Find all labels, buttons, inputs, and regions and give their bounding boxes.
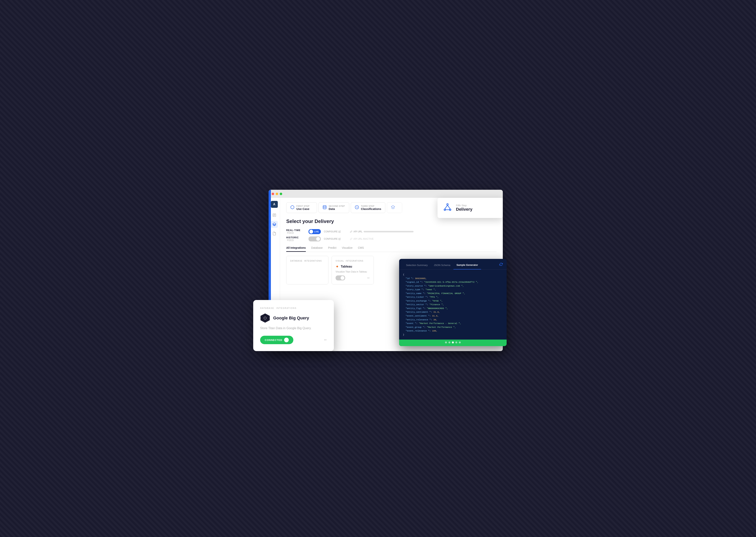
- tab-json-schema[interactable]: JSON Schema: [431, 262, 453, 269]
- json-open-brace: {: [403, 273, 404, 276]
- pagination-dots-bar: [399, 340, 507, 346]
- json-panel-tabs: Selection Summary JSON Schema Sample Gen…: [399, 259, 507, 269]
- visual-integration-card[interactable]: VISUAL INTEGRATIONS ✦ Tableau Visualize …: [331, 256, 374, 284]
- data-icon: [322, 205, 327, 210]
- refresh-icon[interactable]: [499, 263, 503, 269]
- json-key-exchange: "entity_exchange ": [403, 300, 430, 302]
- json-key-signal: "signal_id ": [403, 281, 422, 283]
- fifth-step-info: Fifth Step Delivery: [456, 204, 472, 212]
- historic-toggle[interactable]: [309, 236, 321, 241]
- connected-toggle-knob: [284, 338, 289, 342]
- scene-wrapper: A: [253, 186, 503, 351]
- db-name: Google Big Query: [273, 315, 309, 320]
- svg-line-12: [447, 205, 450, 209]
- tab-predict[interactable]: Predict: [328, 246, 337, 252]
- step2-name: Data: [329, 207, 345, 211]
- tab-all-integrations[interactable]: All Integrations: [286, 246, 306, 252]
- sidebar-logo: A: [271, 201, 278, 208]
- json-key-type: "story_type ": [403, 288, 423, 291]
- dot-1: [445, 342, 447, 344]
- json-key-ticker: "entity_ticker ": [403, 296, 427, 298]
- tab-cms[interactable]: CMS: [358, 246, 364, 252]
- traffic-light-yellow[interactable]: [276, 193, 278, 195]
- json-key-id: "id ": [403, 277, 412, 280]
- realtime-toggle[interactable]: LIVE: [309, 229, 321, 234]
- bigquery-icon: ⬡: [264, 316, 267, 320]
- tableau-name: Tableau: [341, 265, 352, 268]
- historic-label: HISTORIC FEED: [286, 236, 305, 242]
- toggle-knob-on: [309, 230, 313, 233]
- connected-button[interactable]: CONNECTED: [260, 336, 293, 344]
- fifth-step-label: Fifth Step: [456, 204, 472, 207]
- dot-3-active: [452, 342, 454, 344]
- db-edit-icon[interactable]: ✏: [324, 338, 327, 342]
- step3-label: Third Step: [361, 205, 381, 207]
- visual-section-label: VISUAL INTEGRATIONS: [336, 260, 370, 262]
- db-footer: CONNECTED ✏: [260, 336, 327, 344]
- feed-section: REAL-TIME FEED LIVE CONFIGURE: [286, 229, 497, 242]
- tableau-edit-icon[interactable]: ✏: [367, 276, 370, 280]
- sidebar-item-documents[interactable]: [271, 212, 278, 219]
- fifth-step-name: Delivery: [456, 207, 472, 212]
- integration-tabs: All Integrations Database Predict Visual…: [286, 246, 497, 252]
- api-url-bar: [363, 231, 413, 232]
- step-card-classifications[interactable]: Third Step Classifications: [351, 202, 385, 213]
- json-key-sector: "entity_sector ": [403, 303, 427, 306]
- svg-point-8: [447, 204, 448, 205]
- historic-configure-link[interactable]: CONFIGURE: [324, 237, 347, 240]
- db-section-label: DATABASE INTEGRATIONS: [290, 260, 324, 262]
- json-key-event-group: "event_group ": [403, 326, 424, 328]
- tableau-toggle[interactable]: [336, 275, 345, 280]
- json-key-ent-sentiment: "entity_sentiment ": [403, 311, 431, 313]
- api-url-label: API URL: [350, 230, 413, 233]
- historic-feed-row: HISTORIC FEED CONFIGURE API URL INA: [286, 236, 497, 242]
- step3-name: Classifications: [361, 207, 381, 211]
- json-key-entity-name: "entity_name ": [403, 292, 424, 295]
- use-case-icon: [290, 205, 294, 210]
- json-key-evt-relevance: "event_relevance ": [403, 330, 430, 332]
- step1-label: First Step: [296, 205, 310, 207]
- json-close-brace: }: [403, 333, 404, 336]
- tab-visualize[interactable]: Visualize: [342, 246, 353, 252]
- json-key-event: "event ": [403, 322, 416, 325]
- tab-selection-summary[interactable]: Selection Summary: [403, 262, 431, 269]
- delivery-icon: [443, 202, 452, 213]
- live-label: LIVE: [314, 231, 319, 233]
- step-card-data[interactable]: Second Step Data: [319, 202, 349, 213]
- step-card-use-case[interactable]: First Step Use Case: [286, 202, 317, 213]
- database-integration-card[interactable]: DATABASE INTEGRATIONS: [286, 256, 328, 284]
- sidebar-item-file[interactable]: [271, 230, 278, 237]
- traffic-light-red[interactable]: [272, 193, 274, 195]
- step-card-fourth[interactable]: [387, 202, 402, 213]
- step2-label: Second Step: [329, 205, 345, 207]
- json-panel: Selection Summary JSON Schema Sample Gen…: [399, 259, 507, 346]
- fourth-icon: [391, 205, 395, 210]
- svg-point-5: [323, 205, 326, 207]
- step1-name: Use Case: [296, 207, 310, 211]
- json-body: { "id ": 38928005, "signal_id ": "2e4453…: [399, 269, 507, 340]
- tab-database[interactable]: Database: [311, 246, 323, 252]
- json-key-evt-sentiment: "event_sentiment ": [403, 314, 430, 317]
- browser-titlebar: [269, 190, 503, 198]
- svg-marker-7: [391, 205, 395, 208]
- api-inactive-label: API URL INACTIVE: [350, 237, 374, 240]
- sidebar-item-layers[interactable]: [271, 221, 278, 228]
- realtime-feed-row: REAL-TIME FEED LIVE CONFIGURE: [286, 229, 497, 234]
- db-card-header: ⬡ Google Big Query: [260, 313, 327, 323]
- tab-sample-generator[interactable]: Sample Generator: [453, 262, 481, 269]
- fifth-step-popup: Fifth Step Delivery: [437, 198, 503, 218]
- dot-5: [459, 342, 461, 344]
- json-key-ent-relevance: "entity_relevance ": [403, 318, 431, 321]
- traffic-light-green[interactable]: [280, 193, 282, 195]
- tableau-desc: Visualize Titan Data in Tableau: [336, 270, 370, 273]
- dot-4: [455, 342, 457, 344]
- tableau-toggle-knob: [341, 276, 344, 280]
- db-popup-label: DATABASE INTEGRATIONS: [260, 307, 327, 309]
- db-desc: Store Titan Data in Google Big Query.: [260, 326, 327, 330]
- toggle-knob-off: [316, 237, 320, 241]
- dot-2: [448, 342, 450, 344]
- svg-line-11: [445, 205, 447, 209]
- db-card-popup: DATABASE INTEGRATIONS ⬡ Google Big Query…: [253, 300, 334, 351]
- classifications-icon: [355, 205, 359, 210]
- realtime-configure-link[interactable]: CONFIGURE: [324, 230, 347, 233]
